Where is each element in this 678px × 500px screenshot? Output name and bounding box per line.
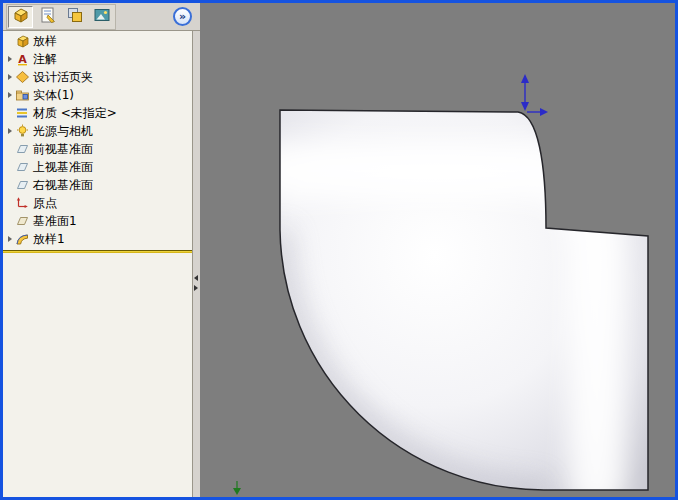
propertymanager-tab[interactable]: [35, 6, 60, 28]
viewport-canvas: [200, 3, 675, 497]
plane-icon: [15, 214, 30, 228]
configurationmanager-tab-icon: [66, 6, 84, 28]
expander-spacer: [5, 108, 15, 118]
tree-item-design-binder[interactable]: 设计活页夹: [3, 68, 192, 86]
propertymanager-tab-icon: [39, 6, 57, 28]
tree-item-label: 放样: [33, 33, 57, 50]
expander-spacer: [5, 144, 15, 154]
tree-item-annotations[interactable]: A 注解: [3, 50, 192, 68]
tree-item-label: 实体(1): [33, 87, 74, 104]
display-tab[interactable]: [89, 6, 114, 28]
tree-item-origin[interactable]: 原点: [3, 194, 192, 212]
panel-splitter[interactable]: [193, 31, 200, 497]
tree-item-label: 基准面1: [33, 213, 77, 230]
tree-item-plane1[interactable]: 基准面1: [3, 212, 192, 230]
tree-item-material[interactable]: 材质 <未指定>: [3, 104, 192, 122]
expand-arrow-icon[interactable]: [5, 72, 15, 82]
feature-manager-panel: » 放样 A 注解: [3, 3, 200, 497]
panel-body: 放样 A 注解 设计活页夹: [3, 31, 200, 497]
tree-item-label: 前视基准面: [33, 141, 93, 158]
featuremanager-tab-icon: [12, 6, 30, 28]
panel-tab-group: [6, 4, 116, 30]
solid-bodies-icon: [15, 88, 30, 102]
annotations-icon: A: [15, 52, 30, 66]
tree-item-solid-bodies[interactable]: 实体(1): [3, 86, 192, 104]
view-origin-marker-icon: [233, 481, 241, 495]
material-icon: [15, 106, 30, 120]
lights-cameras-icon: [15, 124, 30, 138]
panel-flyout-button[interactable]: »: [173, 7, 192, 26]
solidworks-window: » 放样 A 注解: [0, 0, 678, 500]
elbow-model[interactable]: [280, 110, 648, 490]
splitter-handle-icon[interactable]: [194, 275, 198, 291]
plane-icon: [15, 178, 30, 192]
tree-item-label: 光源与相机: [33, 123, 93, 140]
tree-item-part[interactable]: 放样: [3, 32, 192, 50]
tree-item-top-plane[interactable]: 上视基准面: [3, 158, 192, 176]
expand-arrow-icon[interactable]: [5, 90, 15, 100]
design-binder-icon: [15, 70, 30, 84]
expander-spacer: [5, 36, 15, 46]
loft-icon: [15, 232, 30, 246]
expander-spacer: [5, 216, 15, 226]
featuremanager-tab[interactable]: [8, 6, 33, 28]
graphics-viewport[interactable]: [200, 3, 675, 497]
part-icon: [15, 34, 30, 48]
expand-arrow-icon[interactable]: [5, 234, 15, 244]
expander-spacer: [5, 198, 15, 208]
tree-item-lights-cameras[interactable]: 光源与相机: [3, 122, 192, 140]
feature-tree: 放样 A 注解 设计活页夹: [3, 31, 193, 497]
tree-item-label: 设计活页夹: [33, 69, 93, 86]
tree-item-label: 原点: [33, 195, 57, 212]
expander-spacer: [5, 162, 15, 172]
tree-item-label: 注解: [33, 51, 57, 68]
origin-icon: [15, 196, 30, 210]
tree-item-label: 上视基准面: [33, 159, 93, 176]
plane-icon: [15, 142, 30, 156]
plane-icon: [15, 160, 30, 174]
expander-spacer: [5, 180, 15, 190]
tree-item-label: 右视基准面: [33, 177, 93, 194]
configurationmanager-tab[interactable]: [62, 6, 87, 28]
panel-tab-bar: »: [3, 3, 200, 31]
display-tab-icon: [93, 6, 111, 28]
tree-item-right-plane[interactable]: 右视基准面: [3, 176, 192, 194]
axis-triad-icon: [521, 74, 548, 116]
tree-item-label: 材质 <未指定>: [33, 105, 117, 122]
expand-arrow-icon[interactable]: [5, 126, 15, 136]
tree-item-loft1[interactable]: 放样1: [3, 230, 192, 248]
tree-item-front-plane[interactable]: 前视基准面: [3, 140, 192, 158]
expand-arrow-icon[interactable]: [5, 54, 15, 64]
rollback-bar[interactable]: [3, 250, 192, 253]
tree-item-label: 放样1: [33, 231, 65, 248]
